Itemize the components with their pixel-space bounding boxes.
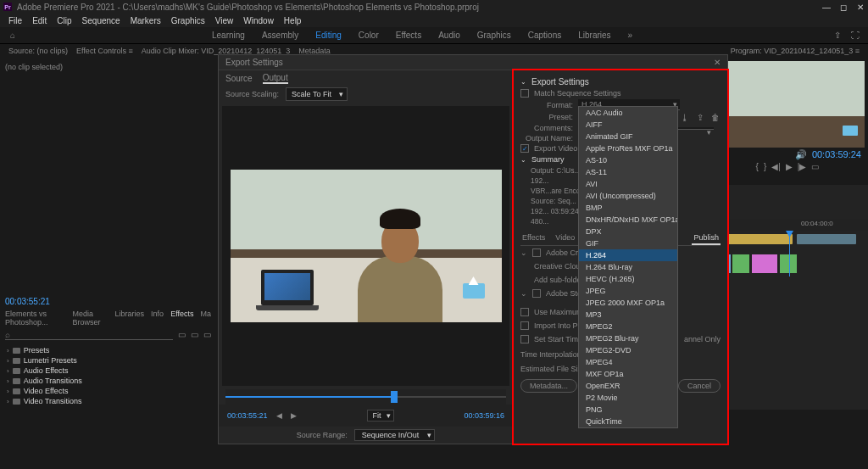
effects-search-input[interactable]: ⌕ xyxy=(5,330,173,340)
adobe-cc-checkbox[interactable] xyxy=(532,248,541,257)
tab-markers-overflow[interactable]: Ma xyxy=(200,310,211,327)
preset-import-icon[interactable]: ⇪ xyxy=(695,112,705,122)
set-start-tc-checkbox[interactable] xyxy=(520,335,529,343)
close-button[interactable]: ✕ xyxy=(856,3,865,11)
preset-save-icon[interactable]: ⭳ xyxy=(680,112,690,122)
format-option[interactable]: HEVC (H.265) xyxy=(579,273,677,285)
subtab-source[interactable]: Source: (no clips) xyxy=(8,47,68,55)
ws-color[interactable]: Color xyxy=(359,31,379,40)
format-option[interactable]: Targa xyxy=(579,427,677,428)
menu-file[interactable]: File xyxy=(5,16,25,25)
tab-effects[interactable]: Effects xyxy=(170,310,193,327)
format-option[interactable]: OpenEXR xyxy=(579,380,677,392)
import-into-project-checkbox[interactable] xyxy=(520,321,529,330)
format-option[interactable]: AVI xyxy=(579,178,677,190)
export-tab-publish[interactable]: Publish xyxy=(692,232,721,245)
format-option[interactable]: MPEG2 Blu-ray xyxy=(579,332,677,344)
metadata-button[interactable]: Metadata... xyxy=(520,379,577,393)
format-option[interactable]: H.264 xyxy=(579,249,677,261)
menu-view[interactable]: View xyxy=(212,16,237,25)
minimize-button[interactable]: — xyxy=(822,3,831,11)
source-scaling-select[interactable]: Scale To Fit xyxy=(286,87,348,101)
export-prev-frame[interactable] xyxy=(276,411,282,420)
export-tab-video[interactable]: Video xyxy=(554,232,576,245)
export-tab-effects[interactable]: Effects xyxy=(520,232,547,245)
timeline-playhead[interactable] xyxy=(789,231,790,276)
ws-effects[interactable]: Effects xyxy=(396,31,421,40)
tab-project[interactable]: Elements vs Photoshop... xyxy=(5,310,66,327)
adobe-stock-checkbox[interactable] xyxy=(532,289,541,298)
ws-audio[interactable]: Audio xyxy=(438,31,460,40)
export-next-frame[interactable] xyxy=(291,411,297,420)
format-option[interactable]: AVI (Uncompressed) xyxy=(579,190,677,202)
menu-graphics[interactable]: Graphics xyxy=(168,16,209,25)
format-dropdown-menu[interactable]: AAC AudioAIFFAnimated GIFApple ProRes MX… xyxy=(578,106,678,428)
format-option[interactable]: DPX xyxy=(579,226,677,237)
export-close-button[interactable]: ✕ xyxy=(714,58,721,67)
format-option[interactable]: Apple ProRes MXF OP1a xyxy=(579,142,677,154)
format-option[interactable]: MPEG4 xyxy=(579,356,677,368)
match-sequence-checkbox[interactable] xyxy=(520,89,529,98)
ws-libraries[interactable]: Libraries xyxy=(578,31,610,40)
export-settings-header[interactable]: ⌄ Export Settings xyxy=(520,75,721,88)
play-icon[interactable]: ▶ xyxy=(786,162,793,171)
export-tab-output[interactable]: Output xyxy=(263,73,288,84)
export-fit-select[interactable]: Fit xyxy=(367,410,394,422)
menu-window[interactable]: Window xyxy=(240,16,277,25)
menu-sequence[interactable]: Sequence xyxy=(79,16,124,25)
home-icon[interactable]: ⌂ xyxy=(0,27,25,43)
format-option[interactable]: AS-11 xyxy=(579,166,677,178)
export-video-checkbox[interactable]: ✓ xyxy=(520,144,529,153)
source-range-select[interactable]: Sequence In/Out xyxy=(354,429,436,441)
use-max-render-checkbox[interactable] xyxy=(520,308,529,316)
format-option[interactable]: H.264 Blu-ray xyxy=(579,261,677,273)
format-option[interactable]: BMP xyxy=(579,202,677,214)
ws-overflow[interactable]: » xyxy=(628,31,633,40)
format-option[interactable]: QuickTime xyxy=(579,416,677,427)
ws-graphics[interactable]: Graphics xyxy=(477,31,511,40)
format-option[interactable]: JPEG 2000 MXF OP1a xyxy=(579,297,677,309)
effects-filter-icon2[interactable]: ▭ xyxy=(191,330,198,340)
program-transport[interactable]: { } ◀| ▶ |▶ ▭ xyxy=(710,162,865,171)
ws-assembly[interactable]: Assembly xyxy=(262,31,298,40)
menu-markers[interactable]: Markers xyxy=(127,16,164,25)
full-screen-icon[interactable]: ⛶ xyxy=(851,31,860,40)
step-back-icon[interactable]: ◀| xyxy=(771,162,781,171)
format-option[interactable]: MPEG2 xyxy=(579,321,677,332)
ws-captions[interactable]: Captions xyxy=(528,31,561,40)
main-menu[interactable]: File Edit Clip Sequence Markers Graphics… xyxy=(0,14,868,27)
cancel-button[interactable]: Cancel xyxy=(678,379,721,393)
subtab-program[interactable]: Program: VID_20210412_124051_3 ≡ xyxy=(731,47,860,55)
mark-out-icon[interactable]: } xyxy=(764,162,766,171)
step-fwd-icon[interactable]: |▶ xyxy=(798,162,807,171)
workspace-tabs[interactable]: Learning Assembly Editing Color Effects … xyxy=(212,31,632,40)
ws-learning[interactable]: Learning xyxy=(212,31,245,40)
format-option[interactable]: DNxHR/DNxHD MXF OP1a xyxy=(579,214,677,226)
export-frame-icon[interactable]: ▭ xyxy=(811,162,819,171)
tab-libraries[interactable]: Libraries xyxy=(115,310,145,327)
format-option[interactable]: AIFF xyxy=(579,119,677,131)
format-option[interactable]: AS-10 xyxy=(579,154,677,166)
preset-delete-icon[interactable]: 🗑 xyxy=(710,112,721,122)
menu-clip[interactable]: Clip xyxy=(53,16,75,25)
tab-info[interactable]: Info xyxy=(151,310,164,327)
maximize-button[interactable]: ◻ xyxy=(839,3,848,11)
tab-media-browser[interactable]: Media Browser xyxy=(73,310,108,327)
format-option[interactable]: P2 Movie xyxy=(579,392,677,404)
export-tab-source[interactable]: Source xyxy=(225,74,253,83)
format-option[interactable]: PNG xyxy=(579,404,677,416)
subtab-effect-controls[interactable]: Effect Controls ≡ xyxy=(76,47,133,55)
ws-editing[interactable]: Editing xyxy=(315,31,342,40)
format-option[interactable]: GIF xyxy=(579,237,677,249)
format-option[interactable]: MP3 xyxy=(579,309,677,321)
effects-filter-icon1[interactable]: ▭ xyxy=(178,330,186,340)
format-option[interactable]: Animated GIF xyxy=(579,131,677,142)
export-scrub-bar[interactable] xyxy=(225,389,506,405)
format-option[interactable]: MPEG2-DVD xyxy=(579,344,677,356)
quick-export-icon[interactable]: ⇪ xyxy=(834,31,841,40)
format-option[interactable]: JPEG xyxy=(579,285,677,297)
menu-edit[interactable]: Edit xyxy=(29,16,50,25)
lower-left-tabs[interactable]: Elements vs Photoshop... Media Browser L… xyxy=(0,308,216,328)
format-option[interactable]: AAC Audio xyxy=(579,107,677,119)
effects-filter-icon3[interactable]: ▭ xyxy=(203,330,211,340)
